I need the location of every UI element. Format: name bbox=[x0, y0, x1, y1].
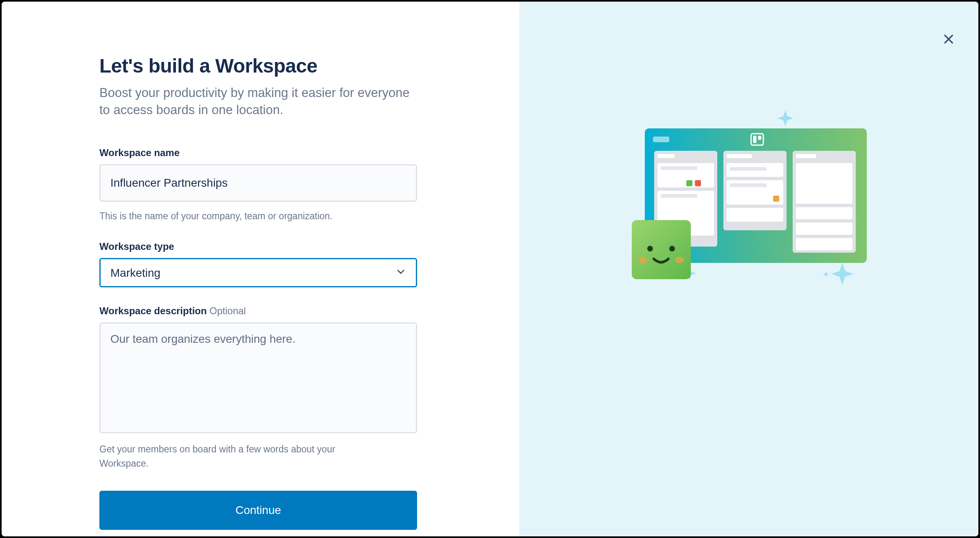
svg-point-31 bbox=[675, 257, 684, 263]
workspace-type-select[interactable]: Marketing bbox=[99, 258, 417, 287]
workspace-type-select-wrapper: Marketing bbox=[99, 258, 417, 287]
svg-rect-19 bbox=[773, 196, 779, 202]
svg-point-30 bbox=[638, 257, 647, 263]
workspace-modal: Let's build a Workspace Boost your produ… bbox=[2, 2, 978, 536]
workspace-type-label: Workspace type bbox=[99, 241, 438, 252]
close-button[interactable] bbox=[937, 28, 960, 51]
workspace-description-optional: Optional bbox=[209, 305, 246, 316]
svg-rect-18 bbox=[730, 183, 767, 187]
svg-rect-16 bbox=[730, 167, 767, 171]
workspace-description-label: Workspace description Optional bbox=[99, 305, 438, 317]
svg-rect-22 bbox=[796, 154, 816, 158]
modal-subheading: Boost your productivity by making it eas… bbox=[99, 84, 417, 119]
continue-button[interactable]: Continue bbox=[99, 491, 417, 530]
workspace-name-label: Workspace name bbox=[99, 147, 438, 159]
modal-heading: Let's build a Workspace bbox=[99, 55, 438, 77]
svg-rect-25 bbox=[796, 223, 853, 235]
svg-rect-20 bbox=[727, 208, 783, 222]
illustration-panel bbox=[519, 2, 978, 536]
svg-rect-1 bbox=[653, 137, 669, 142]
form-panel: Let's build a Workspace Boost your produ… bbox=[2, 2, 519, 536]
workspace-description-label-text: Workspace description bbox=[99, 305, 207, 316]
svg-rect-9 bbox=[686, 180, 692, 186]
svg-rect-26 bbox=[796, 238, 853, 250]
svg-rect-10 bbox=[695, 180, 701, 186]
workspace-name-helper: This is the name of your company, team o… bbox=[99, 209, 385, 223]
svg-rect-3 bbox=[753, 136, 756, 143]
svg-point-28 bbox=[647, 246, 653, 251]
workspace-type-group: Workspace type Marketing bbox=[99, 241, 438, 287]
svg-rect-27 bbox=[632, 220, 691, 279]
board-illustration bbox=[622, 102, 875, 273]
svg-point-29 bbox=[669, 246, 675, 251]
workspace-name-group: Workspace name This is the name of your … bbox=[99, 147, 438, 223]
workspace-description-helper: Get your members on board with a few wor… bbox=[99, 442, 385, 470]
svg-rect-12 bbox=[661, 194, 697, 198]
svg-rect-14 bbox=[727, 154, 752, 158]
svg-rect-24 bbox=[796, 207, 853, 219]
close-icon bbox=[941, 32, 956, 48]
svg-rect-6 bbox=[657, 154, 675, 158]
workspace-description-input[interactable] bbox=[99, 322, 417, 433]
svg-rect-4 bbox=[758, 136, 761, 140]
workspace-name-input[interactable] bbox=[99, 164, 417, 202]
svg-rect-8 bbox=[661, 166, 697, 170]
svg-rect-23 bbox=[796, 163, 853, 204]
workspace-description-group: Workspace description Optional Get your … bbox=[99, 305, 438, 470]
